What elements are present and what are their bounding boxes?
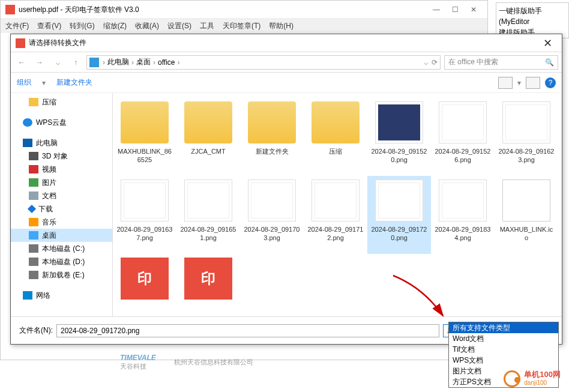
refresh-icon[interactable]: ⟳: [432, 58, 438, 67]
file-label: 2024-08-29_091637.png: [116, 225, 173, 242]
search-input[interactable]: 在 office 中搜索 🔍: [444, 55, 558, 70]
ic-pc-icon: [23, 139, 32, 147]
file-label: 2024-08-29_091526.png: [435, 147, 491, 164]
help-button[interactable]: ?: [545, 77, 556, 88]
ic-down-icon: [28, 205, 36, 213]
menu-zoom[interactable]: 缩放(Z): [103, 19, 127, 33]
file-thumb: [248, 101, 296, 143]
tree-item-desktop[interactable]: 桌面: [11, 229, 112, 242]
crumb-pc[interactable]: 此电脑: [107, 57, 129, 67]
tree-item-diskd[interactable]: 本地磁盘 (D:): [11, 255, 112, 268]
file-item-p1623[interactable]: 2024-08-29_091623.png: [495, 98, 558, 176]
file-thumb: [312, 101, 360, 143]
file-item-p1651[interactable]: 2024-08-29_091651.png: [176, 176, 240, 254]
file-item-p1703[interactable]: 2024-08-29_091703.png: [240, 176, 304, 254]
file-item-p1520[interactable]: 2024-08-29_091520.png: [367, 98, 431, 176]
file-thumb: [439, 179, 487, 222]
app-icon: [5, 5, 15, 14]
search-icon: 🔍: [545, 58, 554, 67]
up-button[interactable]: ↑: [68, 55, 83, 70]
file-label: MAXHUB_LINK.ico: [498, 225, 555, 242]
menu-view[interactable]: 查看(V): [37, 19, 61, 33]
menu-help[interactable]: 帮助(H): [269, 19, 294, 33]
files-area[interactable]: MAXHUBLINK_866525ZJCA_CMT新建文件夹压缩2024-08-…: [113, 93, 562, 316]
file-item-ico[interactable]: MAXHUB_LINK.ico: [495, 176, 558, 254]
tree-item-video[interactable]: 视频: [11, 163, 112, 176]
file-item-p1637[interactable]: 2024-08-29_091637.png: [113, 176, 176, 254]
dropdown-option-1[interactable]: Word文档: [449, 333, 558, 344]
back-button[interactable]: ←: [14, 55, 29, 70]
maximize-button[interactable]: ☐: [452, 1, 459, 19]
footer-sub: 天谷科技: [120, 362, 156, 371]
dropdown-option-0[interactable]: 所有支持文件类型: [449, 322, 558, 333]
dialog-title: 请选择待转换文件: [29, 38, 86, 48]
file-thumb: [375, 101, 423, 143]
menu-settings[interactable]: 设置(S): [167, 19, 191, 33]
dropdown-option-3[interactable]: WPS文档: [449, 355, 558, 366]
menu-fav[interactable]: 收藏(A): [135, 19, 159, 33]
ic-doc-icon: [29, 191, 38, 200]
recent-dropdown[interactable]: ⌵: [50, 55, 65, 70]
forward-button[interactable]: →: [32, 55, 47, 70]
ic-music-icon: [29, 218, 38, 226]
app-footer: TIMEVALE 天谷科技 杭州天谷信息科技有限公司: [120, 350, 253, 374]
file-thumb: [184, 179, 232, 222]
menu-file[interactable]: 文件(F): [5, 19, 29, 33]
file-thumb: [439, 101, 487, 143]
tree-item-pics[interactable]: 图片: [11, 176, 112, 189]
watermark: 单机100网 danji100: [504, 370, 561, 387]
file-item-p1720[interactable]: 2024-08-29_091720.png: [367, 176, 431, 254]
addr-dropdown-icon[interactable]: ⌵: [424, 58, 428, 67]
file-item-logo2[interactable]: 印: [176, 254, 240, 316]
nav-tree[interactable]: 压缩WPS云盘此电脑3D 对象视频图片文档下载音乐桌面本地磁盘 (C:)本地磁盘…: [11, 93, 113, 316]
file-item-p1712[interactable]: 2024-08-29_091712.png: [304, 176, 367, 254]
menu-goto[interactable]: 转到(G): [70, 19, 94, 33]
file-label: 新建文件夹: [256, 147, 289, 155]
file-thumb: 印: [184, 258, 232, 300]
file-thumb: 印: [121, 258, 169, 300]
ic-desk-icon: [29, 231, 38, 240]
menu-sign[interactable]: 天印签章(T): [223, 19, 260, 33]
crumb-office[interactable]: office: [158, 58, 175, 67]
preview-toggle-button[interactable]: [526, 77, 540, 89]
tree-item-compress[interactable]: 压缩: [11, 95, 112, 109]
watermark-name: 单机100网: [524, 370, 561, 379]
organize-button[interactable]: 组织: [17, 77, 31, 88]
tree-item-docs[interactable]: 文档: [11, 189, 112, 202]
address-bar[interactable]: › 此电脑 › 桌面 › office › ⌵ ⟳: [86, 55, 441, 70]
watermark-sub: danji100: [524, 379, 561, 387]
ic-pic-icon: [29, 178, 38, 187]
file-item-newfolder[interactable]: 新建文件夹: [240, 98, 304, 176]
file-item-logo1[interactable]: 印: [113, 254, 176, 316]
tree-item-diskc[interactable]: 本地磁盘 (C:): [11, 242, 112, 255]
file-item-zjca[interactable]: ZJCA_CMT: [176, 98, 240, 176]
tree-item-network[interactable]: 网络: [11, 289, 112, 302]
filename-input[interactable]: [56, 324, 439, 337]
tree-item-diske[interactable]: 新加载卷 (E:): [11, 268, 112, 282]
close-button[interactable]: ✕: [471, 1, 477, 19]
minimize-button[interactable]: —: [433, 1, 440, 19]
new-folder-button[interactable]: 新建文件夹: [56, 77, 92, 88]
dropdown-option-2[interactable]: Tif文档: [449, 344, 558, 355]
crumb-desktop[interactable]: 桌面: [136, 57, 151, 67]
menu-tools[interactable]: 工具: [200, 19, 214, 33]
ic-disk-icon: [29, 244, 38, 253]
toolbar-row: 组织▾ 新建文件夹 ▾ ?: [11, 73, 562, 93]
file-item-p1834[interactable]: 2024-08-29_091834.png: [431, 176, 495, 254]
tree-item-wps[interactable]: WPS云盘: [11, 116, 112, 129]
file-label: 2024-08-29_091623.png: [498, 147, 555, 164]
ic-video-icon: [29, 165, 38, 173]
tree-item-3d[interactable]: 3D 对象: [11, 149, 112, 163]
file-dialog: 请选择待转换文件 ✕ ← → ⌵ ↑ › 此电脑 › 桌面 › office ›…: [10, 34, 562, 345]
file-thumb: [312, 179, 360, 222]
file-item-maxhub[interactable]: MAXHUBLINK_866525: [113, 98, 176, 176]
tree-item-pc[interactable]: 此电脑: [11, 136, 112, 149]
file-item-p1526[interactable]: 2024-08-29_091526.png: [431, 98, 495, 176]
watermark-icon: [504, 370, 520, 387]
dialog-close-button[interactable]: ✕: [538, 37, 557, 50]
tree-item-music[interactable]: 音乐: [11, 216, 112, 229]
view-mode-button[interactable]: [498, 77, 513, 89]
ic-wps-icon: [23, 118, 32, 127]
tree-item-down[interactable]: 下载: [11, 202, 112, 216]
file-item-compressf[interactable]: 压缩: [304, 98, 367, 176]
